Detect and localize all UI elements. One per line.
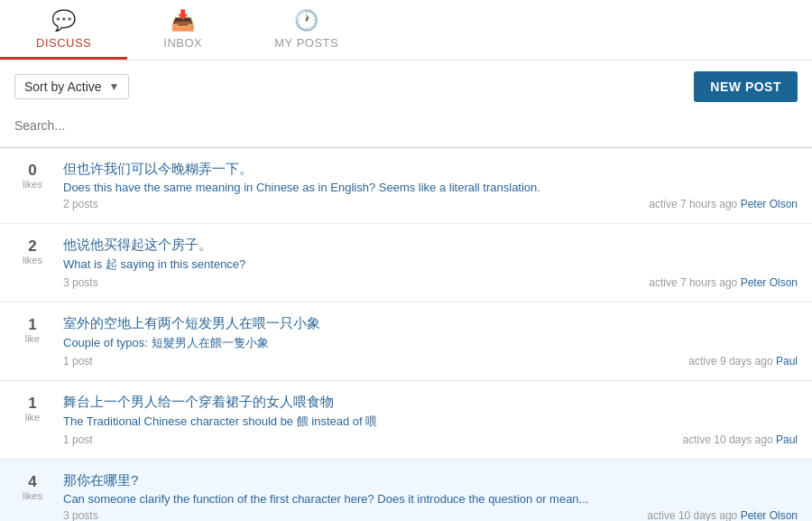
- likes-col: 4 likes: [14, 472, 51, 501]
- post-user[interactable]: Peter Olson: [741, 198, 798, 210]
- post-title[interactable]: 他说他买得起这个房子。: [63, 237, 631, 254]
- post-user[interactable]: Peter Olson: [741, 509, 798, 521]
- post-list: 0 likes 但也许我们可以今晚糊弄一下。 Does this have th…: [0, 148, 812, 521]
- list-item[interactable]: 1 like 舞台上一个男人给一个穿着裙子的女人喂食物 The Traditio…: [0, 381, 812, 460]
- post-title[interactable]: 舞台上一个男人给一个穿着裙子的女人喂食物: [63, 394, 665, 411]
- post-count: 1 post: [63, 355, 670, 367]
- likes-count: 4: [28, 474, 36, 489]
- post-user[interactable]: Peter Olson: [741, 276, 798, 289]
- likes-label: likes: [23, 490, 42, 501]
- likes-count: 1: [28, 395, 36, 411]
- post-title[interactable]: 那你在哪里?: [63, 472, 629, 489]
- list-item[interactable]: 1 like 室外的空地上有两个短发男人在喂一只小象 Couple of typ…: [0, 302, 812, 381]
- likes-col: 1 like: [14, 394, 51, 423]
- post-excerpt: Couple of typos: 短髮男人在餵一隻小象: [63, 335, 670, 351]
- my-posts-icon: 🕐: [294, 9, 319, 33]
- likes-count: 0: [28, 163, 36, 178]
- likes-label: like: [25, 412, 41, 423]
- tab-discuss[interactable]: 💬 DISCUSS: [0, 0, 127, 60]
- likes-label: like: [25, 333, 41, 344]
- post-count: 1 post: [63, 433, 665, 446]
- search-input[interactable]: [14, 113, 798, 138]
- post-activity: active 10 days ago Peter Olson: [647, 507, 798, 521]
- post-excerpt: What is 起 saying in this sentence?: [63, 256, 631, 273]
- likes-col: 0 likes: [14, 161, 51, 190]
- list-item[interactable]: 0 likes 但也许我们可以今晚糊弄一下。 Does this have th…: [0, 148, 812, 224]
- list-item[interactable]: 4 likes 那你在哪里? Can someone clarify the f…: [0, 460, 812, 521]
- tab-discuss-label: DISCUSS: [36, 36, 91, 50]
- likes-col: 1 like: [14, 315, 51, 344]
- new-post-button[interactable]: NEW POST: [694, 71, 798, 102]
- tab-inbox-label: INBOX: [163, 36, 202, 50]
- post-title[interactable]: 室外的空地上有两个短发男人在喂一只小象: [63, 315, 670, 332]
- post-content: 室外的空地上有两个短发男人在喂一只小象 Couple of typos: 短髮男…: [63, 315, 670, 367]
- post-count: 2 posts: [63, 198, 631, 210]
- likes-count: 1: [28, 317, 36, 332]
- likes-col: 2 likes: [14, 237, 51, 265]
- search-bar: [0, 113, 812, 148]
- post-title[interactable]: 但也许我们可以今晚糊弄一下。: [63, 161, 631, 178]
- likes-label: likes: [23, 255, 42, 265]
- post-activity: active 9 days ago Paul: [688, 353, 798, 367]
- discuss-icon: 💬: [51, 9, 77, 33]
- post-count: 3 posts: [63, 509, 629, 521]
- sort-label: Sort by Active: [24, 79, 102, 94]
- likes-count: 2: [28, 238, 36, 254]
- post-activity: active 7 hours ago Peter Olson: [649, 274, 798, 289]
- list-item[interactable]: 2 likes 他说他买得起这个房子。 What is 起 saying in …: [0, 224, 812, 302]
- post-excerpt: Does this have the same meaning in Chine…: [63, 181, 631, 194]
- tab-inbox[interactable]: 📥 INBOX: [127, 0, 238, 60]
- likes-label: likes: [23, 179, 42, 190]
- post-content: 但也许我们可以今晚糊弄一下。 Does this have the same m…: [63, 161, 631, 210]
- post-excerpt: Can someone clarify the function of the …: [63, 492, 629, 506]
- post-excerpt: The Traditional Chinese character should…: [63, 414, 665, 430]
- post-activity: active 10 days ago Paul: [683, 432, 798, 446]
- post-count: 3 posts: [63, 276, 631, 289]
- post-user[interactable]: Paul: [776, 433, 798, 446]
- post-activity: active 7 hours ago Peter Olson: [649, 196, 798, 210]
- post-content: 那你在哪里? Can someone clarify the function …: [63, 472, 629, 521]
- top-navigation: 💬 DISCUSS 📥 INBOX 🕐 MY POSTS: [0, 0, 812, 60]
- chevron-down-icon: ▼: [109, 80, 120, 93]
- post-content: 他说他买得起这个房子。 What is 起 saying in this sen…: [63, 237, 631, 289]
- inbox-icon: 📥: [171, 9, 196, 33]
- tab-my-posts[interactable]: 🕐 MY POSTS: [238, 0, 374, 60]
- sort-dropdown[interactable]: Sort by Active ▼: [14, 74, 129, 99]
- toolbar: Sort by Active ▼ NEW POST: [0, 60, 812, 113]
- post-user[interactable]: Paul: [776, 355, 798, 367]
- post-content: 舞台上一个男人给一个穿着裙子的女人喂食物 The Traditional Chi…: [63, 394, 665, 446]
- tab-my-posts-label: MY POSTS: [274, 36, 338, 50]
